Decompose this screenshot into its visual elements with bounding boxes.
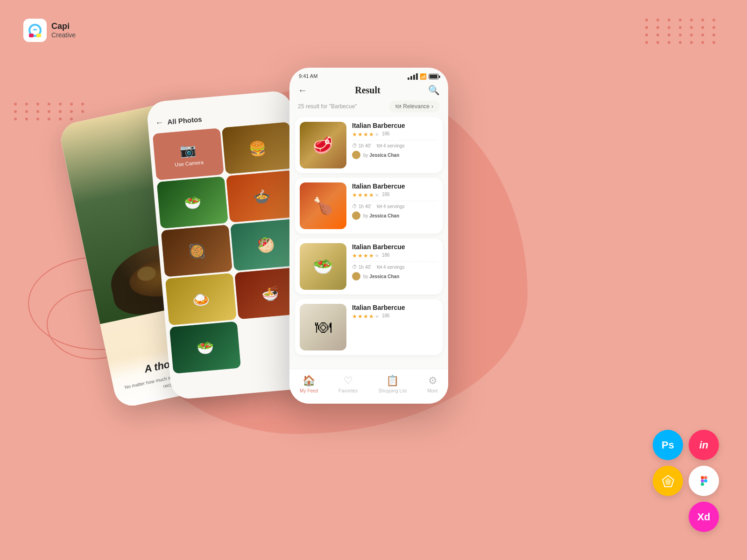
status-bar: 9:41 AM 📶 xyxy=(289,68,448,82)
filter-icon: 🍽 xyxy=(395,103,401,110)
figma-icon xyxy=(689,466,719,496)
photo-thumb-6[interactable]: 🍛 xyxy=(165,273,237,325)
invision-icon: in xyxy=(689,430,719,460)
dots-pattern-left xyxy=(14,103,88,120)
dots-pattern-top-right xyxy=(645,19,719,44)
search-icon[interactable]: 🔍 xyxy=(428,84,440,96)
recipe-author-2: by Jessica Chan xyxy=(352,211,438,220)
recipe-name-2: Italian Barbercue xyxy=(352,182,438,190)
svg-rect-10 xyxy=(701,479,704,483)
recipe-card-3[interactable]: 🥗 Italian Barbercue ★★★★★ 186 ⏱ 1h 40' 🍽… xyxy=(295,238,443,294)
back-arrow-icon[interactable]: ← xyxy=(155,118,164,128)
rating-stars-4: ★★★★★ 186 xyxy=(352,313,438,320)
result-count: 25 result for "Barbecue" xyxy=(298,103,357,110)
brand-name: Capi xyxy=(51,21,76,32)
recipe-image-2: 🍗 xyxy=(300,182,346,229)
nav-favorites-label: Favorites xyxy=(338,388,358,393)
phone-result: 9:41 AM 📶 ← Result 🔍 25 result for "Barb… xyxy=(289,68,448,404)
photo-thumb-2[interactable]: 🥗 xyxy=(157,176,228,229)
photo-thumb-3[interactable]: 🍲 xyxy=(226,170,297,223)
nav-more-label: More xyxy=(427,388,438,393)
status-indicators: 📶 xyxy=(408,73,439,80)
logo-text: Capi Creative xyxy=(51,21,76,39)
recipe-info-3: Italian Barbercue ★★★★★ 186 ⏱ 1h 40' 🍽 4… xyxy=(352,243,438,290)
list-icon: 📋 xyxy=(386,375,399,387)
recipe-card-1[interactable]: 🥩 Italian Barbercue ★★★★★ 186 ⏱ 1h 40' 🍽… xyxy=(295,117,443,173)
back-button[interactable]: ← xyxy=(298,85,307,96)
nav-more[interactable]: ⚙ More xyxy=(427,375,438,393)
svg-rect-3 xyxy=(36,34,41,37)
camera-label: Use Camera xyxy=(175,159,204,167)
recipe-author-1: by Jessica Chan xyxy=(352,151,438,159)
recipe-list: 🥩 Italian Barbercue ★★★★★ 186 ⏱ 1h 40' 🍽… xyxy=(289,117,448,360)
recipe-info-2: Italian Barbercue ★★★★★ 186 ⏱ 1h 40' 🍽 4… xyxy=(352,182,438,229)
recipe-name-3: Italian Barbercue xyxy=(352,243,438,251)
home-icon: 🏠 xyxy=(303,375,315,387)
recipe-info-4: Italian Barbercue ★★★★★ 186 xyxy=(352,304,438,350)
svg-rect-2 xyxy=(29,34,34,37)
recipe-meta-1: ⏱ 1h 40' 🍽 4 servings xyxy=(352,140,438,148)
author-avatar-3 xyxy=(352,272,360,280)
use-camera-button[interactable]: 📷 Use Camera xyxy=(153,128,224,180)
brand-subtitle: Creative xyxy=(51,31,76,39)
page-title: Result xyxy=(355,85,380,96)
author-avatar-2 xyxy=(352,211,360,220)
svg-marker-7 xyxy=(665,478,671,485)
recipe-meta-3: ⏱ 1h 40' 🍽 4 servings xyxy=(352,261,438,270)
recipe-name-4: Italian Barbercue xyxy=(352,304,438,311)
photo-thumb-8[interactable]: 🥗 xyxy=(169,322,241,374)
rating-stars-1: ★★★★★ 186 xyxy=(352,131,438,138)
recipe-author-3: by Jessica Chan xyxy=(352,272,438,280)
more-icon: ⚙ xyxy=(428,375,437,387)
xd-icon: Xd xyxy=(689,502,719,532)
brand-logo: Capi Creative xyxy=(23,19,76,42)
recipe-card-4[interactable]: 🍽 Italian Barbercue ★★★★★ 186 xyxy=(295,299,443,355)
tool-icons-panel: Ps in Xd xyxy=(653,430,719,532)
photo-thumb-4[interactable]: 🥘 xyxy=(161,224,233,277)
relevance-button[interactable]: 🍽 Relevance › xyxy=(389,100,440,112)
photoshop-icon: Ps xyxy=(653,430,683,460)
nav-shopping-label: Shopping List xyxy=(378,388,407,393)
nav-my-feed[interactable]: 🏠 My Feed xyxy=(300,375,318,393)
search-result-bar: 25 result for "Barbecue" 🍽 Relevance › xyxy=(289,100,448,117)
signal-icon xyxy=(408,73,418,80)
nav-my-feed-label: My Feed xyxy=(300,388,318,393)
logo-icon xyxy=(23,19,47,42)
relevance-label: Relevance xyxy=(403,103,430,110)
recipe-name-1: Italian Barbercue xyxy=(352,122,438,129)
recipe-meta-2: ⏱ 1h 40' 🍽 4 servings xyxy=(352,201,438,209)
svg-rect-9 xyxy=(704,476,707,479)
rating-stars-2: ★★★★★ 186 xyxy=(352,192,438,198)
wifi-icon: 📶 xyxy=(420,73,427,80)
chevron-icon: › xyxy=(431,103,433,110)
svg-rect-11 xyxy=(701,483,704,486)
camera-icon: 📷 xyxy=(179,141,197,158)
photo-thumb-1[interactable]: 🍔 xyxy=(222,122,293,174)
recipe-image-1: 🥩 xyxy=(300,122,346,168)
battery-icon xyxy=(429,74,439,79)
svg-rect-8 xyxy=(701,476,704,479)
sketch-icon xyxy=(653,466,683,496)
nav-shopping-list[interactable]: 📋 Shopping List xyxy=(378,375,407,393)
svg-point-12 xyxy=(704,479,707,483)
author-avatar-1 xyxy=(352,151,360,159)
recipe-image-3: 🥗 xyxy=(300,243,346,290)
recipe-info-1: Italian Barbercue ★★★★★ 186 ⏱ 1h 40' 🍽 4… xyxy=(352,122,438,168)
status-time: 9:41 AM xyxy=(299,73,317,80)
photos-title: All Photos xyxy=(167,115,202,126)
nav-favorites[interactable]: ♡ Favorites xyxy=(338,375,358,393)
result-header: ← Result 🔍 xyxy=(289,82,448,100)
bottom-navigation: 🏠 My Feed ♡ Favorites 📋 Shopping List ⚙ … xyxy=(289,369,448,404)
recipe-image-4: 🍽 xyxy=(300,304,346,350)
recipe-card-2[interactable]: 🍗 Italian Barbercue ★★★★★ 186 ⏱ 1h 40' 🍽… xyxy=(295,178,443,234)
rating-stars-3: ★★★★★ 186 xyxy=(352,252,438,259)
heart-icon: ♡ xyxy=(344,375,353,387)
